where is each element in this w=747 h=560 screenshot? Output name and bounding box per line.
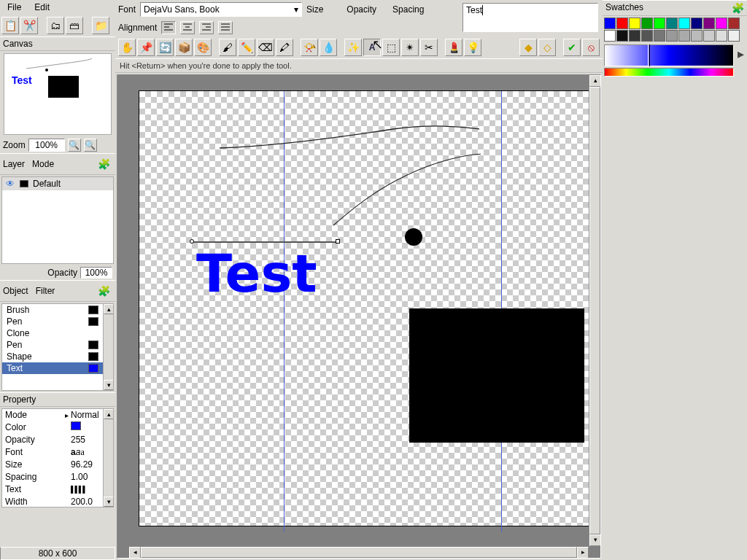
tool-wand-icon[interactable]: ✨ xyxy=(344,39,362,56)
tool-eraser-icon[interactable]: ⌫ xyxy=(257,39,274,56)
swatch[interactable] xyxy=(641,30,653,42)
swatch[interactable] xyxy=(604,30,616,42)
scroll-thumb[interactable] xyxy=(141,547,577,558)
expand-icon[interactable]: ▸ xyxy=(738,46,744,62)
prop-opacity[interactable]: Opacity255 xyxy=(2,434,103,446)
picker-marker[interactable] xyxy=(648,44,650,66)
tool-palette-icon[interactable]: 🎨 xyxy=(194,39,212,56)
align-center-icon[interactable] xyxy=(180,21,195,34)
layer-row[interactable]: 👁 Default xyxy=(2,177,113,190)
zoom-value[interactable]: 100% xyxy=(28,139,65,152)
swatch[interactable] xyxy=(641,18,653,29)
prop-spacing[interactable]: Spacing1.00 xyxy=(2,471,103,483)
text-object[interactable]: Test xyxy=(196,243,317,304)
menu-file[interactable]: File xyxy=(1,1,27,14)
canvas-thumbnail[interactable]: Test xyxy=(4,53,112,135)
canvas-viewport[interactable]: Test ▴ ▾ ◂ ▸ xyxy=(117,74,601,559)
tool-warp-icon[interactable]: ✴ xyxy=(401,39,419,56)
tool-brush-icon[interactable]: 🖌 xyxy=(219,39,236,56)
zoom-in-icon[interactable]: 🔍 xyxy=(68,139,81,152)
visibility-icon[interactable]: 👁 xyxy=(5,179,15,189)
scroll-down-icon[interactable]: ▾ xyxy=(589,534,601,546)
object-row-pen2[interactable]: Pen xyxy=(2,339,103,351)
layer-list[interactable]: 👁 Default xyxy=(1,176,114,264)
tool-bulb-icon[interactable]: 💡 xyxy=(464,39,481,56)
tool-hand-icon[interactable]: ✋ xyxy=(118,39,136,56)
align-left-icon[interactable] xyxy=(161,21,176,34)
swatch[interactable] xyxy=(728,18,740,29)
scroll-up-icon[interactable]: ▴ xyxy=(104,409,114,419)
tool-ungroup-icon[interactable]: 🗃 xyxy=(66,17,83,34)
menu-edit[interactable]: Edit xyxy=(28,1,55,14)
scrollbar-vertical[interactable]: ▴ ▾ xyxy=(589,75,600,546)
swatches-menu-icon[interactable]: 🧩 xyxy=(731,2,744,14)
swatch[interactable] xyxy=(629,30,640,42)
prop-color[interactable]: Color xyxy=(2,421,103,434)
redo-icon[interactable]: ◇ xyxy=(538,39,556,56)
scroll-down-icon[interactable]: ▾ xyxy=(104,497,114,507)
undo-icon[interactable]: ◆ xyxy=(519,39,537,56)
swatch[interactable] xyxy=(716,18,727,29)
object-row-pen[interactable]: Pen xyxy=(2,316,103,327)
prop-width[interactable]: Width200.0 xyxy=(2,496,103,508)
object-row-text[interactable]: Text xyxy=(2,362,103,374)
handle-end[interactable] xyxy=(336,239,340,244)
filter-tab[interactable]: Filter xyxy=(36,286,55,296)
swatch[interactable] xyxy=(666,18,678,29)
tool-crop-icon[interactable]: ✂ xyxy=(420,39,438,56)
tool-rotate-icon[interactable]: 🔄 xyxy=(156,39,174,56)
mode-tab[interactable]: Mode xyxy=(32,159,54,169)
tool-cube-icon[interactable]: 📦 xyxy=(175,39,193,56)
prop-mode[interactable]: Mode▸Normal xyxy=(2,409,103,421)
object-menu-icon[interactable]: 🧩 xyxy=(95,282,112,300)
scroll-left-icon[interactable]: ◂ xyxy=(129,547,141,559)
layer-menu-icon[interactable]: 🧩 xyxy=(95,155,112,173)
tool-select-icon[interactable]: ⬚ xyxy=(382,39,400,56)
object-row-clone[interactable]: Clone xyxy=(2,327,103,339)
swatch[interactable] xyxy=(616,30,628,42)
font-dropdown[interactable]: DejaVu Sans, Book ▾ xyxy=(140,2,302,17)
swatch[interactable] xyxy=(716,30,727,42)
scroll-right-icon[interactable]: ▸ xyxy=(577,547,589,559)
swatch[interactable] xyxy=(654,18,665,29)
swatch[interactable] xyxy=(654,30,665,42)
swatch[interactable] xyxy=(666,30,678,42)
text-input[interactable]: Test xyxy=(462,3,598,32)
color-chip[interactable] xyxy=(71,421,81,430)
scrollbar-horizontal[interactable]: ◂ ▸ xyxy=(129,546,589,558)
prop-size[interactable]: Size96.29 xyxy=(2,459,103,471)
scroll-up-icon[interactable]: ▴ xyxy=(589,75,601,87)
prop-font[interactable]: Fontaaa xyxy=(2,446,103,459)
tool-group-icon[interactable]: 🗂 xyxy=(47,17,64,34)
layer-tab[interactable]: Layer xyxy=(3,159,32,169)
swatch[interactable] xyxy=(703,18,715,29)
color-picker[interactable]: ▸ xyxy=(604,44,746,79)
object-list[interactable]: Brush Pen Clone Pen Shape Text ▴ ▾ xyxy=(1,303,114,391)
swatch[interactable] xyxy=(728,30,740,42)
tool-paste-icon[interactable]: 📋 xyxy=(1,17,19,34)
scroll-up-icon[interactable]: ▴ xyxy=(104,304,114,314)
zoom-out-icon[interactable]: 🔍 xyxy=(84,139,97,152)
tool-folder-icon[interactable]: 📁 xyxy=(92,17,109,34)
swatch[interactable] xyxy=(703,30,715,42)
swatch[interactable] xyxy=(678,18,690,29)
tool-text-icon[interactable]: A xyxy=(363,39,381,56)
object-tab[interactable]: Object xyxy=(3,286,36,296)
swatch[interactable] xyxy=(691,18,703,29)
scroll-down-icon[interactable]: ▾ xyxy=(104,380,114,390)
tool-pencil-icon[interactable]: ✏️ xyxy=(238,39,255,56)
swatch[interactable] xyxy=(616,18,628,29)
prop-text[interactable]: Text▌▌▌▌ xyxy=(2,483,103,496)
scroll-thumb[interactable] xyxy=(589,87,600,534)
tool-pin-icon[interactable]: 📌 xyxy=(137,39,155,56)
align-right-icon[interactable] xyxy=(199,21,214,34)
swatch[interactable] xyxy=(678,30,690,42)
align-justify-icon[interactable] xyxy=(218,21,233,34)
hue-slider[interactable] xyxy=(604,68,734,77)
layer-opacity-value[interactable]: 100% xyxy=(80,267,112,279)
handle-start[interactable] xyxy=(190,239,194,244)
object-row-brush[interactable]: Brush xyxy=(2,304,103,316)
tool-stamp-icon[interactable]: 📯 xyxy=(301,39,318,56)
swatch[interactable] xyxy=(691,30,703,42)
tool-picker-icon[interactable]: 💄 xyxy=(445,39,462,56)
